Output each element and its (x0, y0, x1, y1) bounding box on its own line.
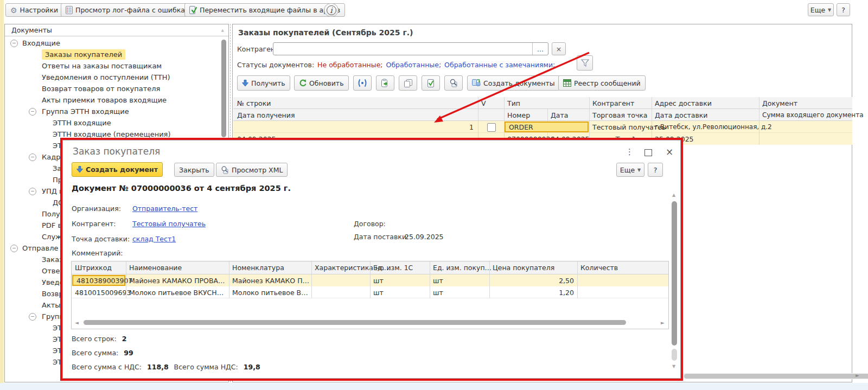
counterparty-label: Контрагент: (72, 220, 116, 228)
settings-button-label: Настройки (20, 6, 59, 14)
org-link[interactable]: Отправитель-тест (132, 204, 197, 213)
mcol-unit-1c[interactable]: Ед. изм. 1С (373, 264, 413, 272)
counterparty-filter-input[interactable]: ... (273, 42, 548, 55)
collapse-icon[interactable]: − (29, 313, 36, 321)
top-help-label: ? (841, 6, 845, 14)
mcol-qty[interactable]: Количеств (580, 264, 618, 272)
collapse-icon[interactable]: − (10, 245, 18, 252)
clear-filter-button[interactable]: × (552, 42, 566, 55)
modal-vscroll-track-end[interactable] (672, 349, 677, 361)
document-check-icon (189, 6, 197, 14)
totals-vat: Всего сумма с НДС: 118,8 Всего сумма НДС… (72, 363, 260, 371)
tree-item[interactable]: ЭТТН входящие (перемещения) (5, 129, 221, 140)
close-button-label: Закрыть (179, 166, 209, 174)
item-barcode-cell-selected[interactable]: 4810389003907 (72, 275, 125, 286)
chevron-down-icon: ▼ (828, 8, 831, 12)
col-number[interactable]: Номер (507, 111, 530, 119)
scroll-left-icon[interactable]: ◄ (75, 320, 79, 325)
row-checkbox[interactable] (487, 123, 496, 132)
collapse-icon[interactable]: − (29, 154, 36, 161)
tree-item[interactable]: Уведомления о поступлении (ТТН) (5, 72, 221, 83)
tree-item-label: ЭТ (53, 358, 62, 366)
col-document[interactable]: Документ (762, 99, 797, 107)
collapse-icon[interactable]: − (29, 188, 36, 195)
scroll-up-icon[interactable]: ▲ (672, 193, 675, 197)
status-link-processed[interactable]: Обработанные; (386, 61, 442, 69)
top-help-button[interactable]: ? (837, 3, 850, 16)
tree-item[interactable]: −Группа ЭТТН входящие (5, 106, 221, 117)
modal-help-button[interactable]: ? (648, 163, 663, 177)
row-type-cell-selected[interactable]: ORDER (505, 122, 589, 132)
collapse-icon[interactable]: − (10, 40, 18, 47)
page-check-button[interactable] (422, 75, 440, 91)
mcol-price[interactable]: Цена покупателя (493, 264, 554, 272)
view-log-button[interactable]: Просмотр лог-файла с ошибками (61, 3, 199, 17)
col-check[interactable]: V (481, 99, 486, 107)
choose-ellipsis-button[interactable]: ... (532, 43, 548, 55)
mcol-name[interactable]: Наименование (129, 264, 182, 272)
items-hscroll-thumb[interactable] (84, 320, 626, 325)
maximize-icon[interactable] (644, 149, 652, 156)
top-more-label: Еще (810, 6, 825, 14)
message-registry-button[interactable]: Реестр сообщений (558, 75, 646, 91)
col-address[interactable]: Адрес доставки (655, 99, 712, 107)
registry-grid-icon (563, 79, 571, 87)
move-to-archive-button[interactable]: Переместить входящие файлы в архив (184, 3, 345, 17)
magnifier-icon (221, 166, 229, 174)
col-outlet[interactable]: Торговая точка (592, 111, 647, 119)
collapse-icon[interactable]: − (29, 108, 36, 116)
col-delivery-date[interactable]: Дата доставки (655, 111, 708, 119)
create-documents-button[interactable]: Создать документы (467, 75, 560, 91)
settings-button[interactable]: ⚙ Настройки (5, 3, 63, 17)
tree-item[interactable]: ЭТТН входящие (5, 117, 221, 129)
copy-button[interactable] (399, 75, 417, 91)
tree-item[interactable]: Возврат товаров от покупателя (5, 83, 221, 94)
delivery-date-value: 25.09.2025 (405, 233, 444, 241)
delivery-point-link[interactable]: склад Тест1 (132, 235, 176, 243)
tree-scrollbar-thumb[interactable] (221, 40, 226, 137)
mcol-barcode[interactable]: Штрихкод (75, 264, 112, 272)
kebab-menu-icon[interactable]: ⋮ (626, 148, 634, 156)
col-counterparty[interactable]: Контрагент (592, 99, 634, 107)
list-hscroll-thumb[interactable] (684, 374, 868, 379)
page-check-icon (427, 79, 435, 87)
mcol-nomenclature[interactable]: Номенклатура (232, 264, 284, 272)
tree-item[interactable]: Ответы на заказы поставщикам (5, 60, 221, 72)
clipboard-check-button[interactable] (376, 75, 394, 91)
search-document-button[interactable] (444, 75, 463, 91)
create-document-button[interactable]: Создать документ (72, 162, 163, 177)
broadcast-icon (358, 79, 367, 87)
status-link-processed-remarks[interactable]: Обработанные с замечаниями; (444, 61, 555, 69)
scroll-right-icon[interactable]: ► (856, 373, 859, 378)
message-registry-label: Реестр сообщений (574, 79, 641, 87)
top-more-button[interactable]: Еще ▼ (808, 3, 834, 16)
row-type-value: ORDER (509, 123, 533, 131)
close-button[interactable]: Закрыть (174, 163, 214, 177)
view-xml-label: Просмотр XML (232, 166, 283, 174)
tree-item-label: Пр (53, 176, 62, 184)
modal-more-button[interactable]: Еще ▼ (616, 163, 644, 177)
view-xml-button[interactable]: Просмотр XML (216, 163, 288, 177)
refresh-button[interactable]: Обновить (294, 75, 349, 91)
status-link-unprocessed[interactable]: Не обработанные; (317, 61, 382, 69)
status-filter-button[interactable] (577, 55, 593, 71)
modal-vscroll-thumb[interactable] (672, 201, 677, 346)
scroll-right-icon[interactable]: ► (661, 320, 665, 325)
col-sum[interactable]: Сумма входящего документа (762, 111, 864, 119)
counterparty-link[interactable]: Тестовый получатеь (132, 220, 206, 228)
tree-item-label: Получ (42, 210, 64, 218)
tree-item[interactable]: −Входящие (5, 37, 221, 49)
modal-title: Заказ покупателя (73, 146, 160, 157)
tree-item[interactable]: Акты приемки товаров входящие (5, 94, 221, 106)
col-line-no[interactable]: № строки (237, 99, 271, 107)
tree-item[interactable]: Заказы покупателей (5, 49, 221, 60)
scroll-down-icon[interactable]: ▼ (672, 364, 675, 369)
broadcast-button[interactable] (353, 75, 372, 91)
receive-button[interactable]: Получить (237, 75, 290, 91)
mcol-unit-buyer[interactable]: Ед. изм. покуп… (433, 264, 492, 272)
info-button[interactable]: i (324, 3, 339, 17)
col-date[interactable]: Дата (551, 111, 568, 119)
close-window-icon[interactable]: × (666, 148, 673, 157)
col-received[interactable]: Дата получения (237, 111, 295, 119)
col-type[interactable]: Тип (507, 99, 520, 107)
